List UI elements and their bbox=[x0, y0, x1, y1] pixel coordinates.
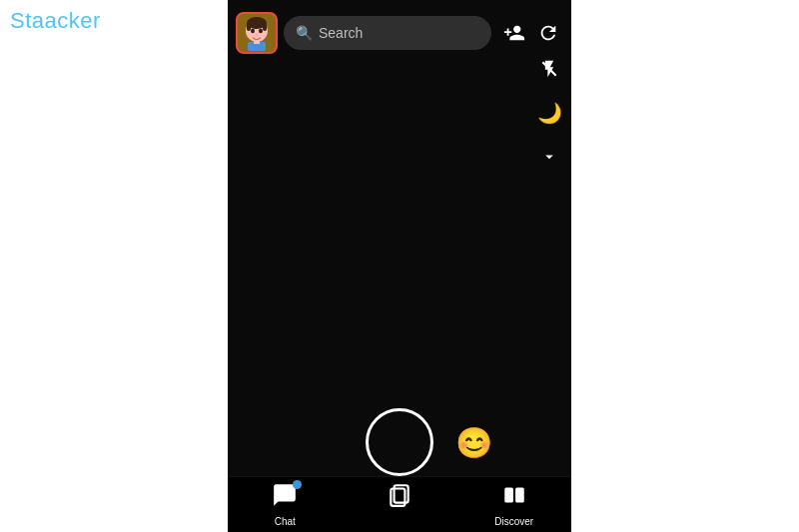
nav-chat[interactable]: Chat bbox=[255, 482, 315, 527]
flash-off-icon bbox=[539, 59, 559, 79]
moon-icon: 🌙 bbox=[537, 101, 562, 125]
top-bar: 🔍 Search bbox=[228, 8, 571, 58]
emoji-button[interactable]: 😊 bbox=[453, 422, 493, 462]
camera-controls: 😊 bbox=[228, 408, 571, 476]
svg-rect-13 bbox=[515, 487, 524, 502]
nav-discover[interactable]: Discover bbox=[484, 482, 544, 527]
svg-line-9 bbox=[542, 62, 555, 75]
stories-nav-label: · bbox=[399, 516, 401, 527]
phone-frame: 🔍 Search bbox=[228, 0, 571, 532]
add-friend-icon bbox=[503, 22, 525, 44]
stories-icon bbox=[387, 482, 412, 508]
discover-nav-label: Discover bbox=[494, 516, 533, 527]
search-icon: 🔍 bbox=[296, 25, 313, 41]
nav-stories[interactable]: · bbox=[370, 482, 429, 527]
night-mode-button[interactable]: 🌙 bbox=[535, 99, 563, 127]
svg-point-6 bbox=[256, 34, 258, 36]
chevron-down-icon bbox=[540, 148, 558, 166]
flash-off-button[interactable] bbox=[535, 55, 563, 83]
stories-nav-icon bbox=[387, 482, 412, 514]
smiley-icon: 😊 bbox=[455, 425, 492, 460]
refresh-icon bbox=[537, 22, 559, 44]
svg-point-4 bbox=[251, 29, 255, 33]
bottom-navigation: Chat · Discover bbox=[228, 476, 571, 532]
svg-rect-3 bbox=[263, 23, 267, 31]
discover-icon bbox=[501, 482, 527, 508]
add-friend-button[interactable] bbox=[497, 16, 531, 50]
svg-rect-2 bbox=[247, 23, 251, 31]
chat-notification-dot bbox=[293, 480, 302, 489]
more-options-button[interactable] bbox=[535, 143, 563, 171]
discover-nav-icon bbox=[501, 482, 527, 514]
svg-point-5 bbox=[259, 29, 263, 33]
svg-rect-12 bbox=[504, 487, 513, 502]
search-bar[interactable]: 🔍 Search bbox=[284, 16, 491, 50]
shutter-button[interactable] bbox=[366, 408, 433, 476]
watermark: Staacker bbox=[10, 8, 101, 34]
chat-nav-label: Chat bbox=[275, 516, 296, 527]
avatar-button[interactable] bbox=[236, 12, 278, 54]
avatar-icon bbox=[239, 15, 275, 51]
refresh-button[interactable] bbox=[533, 18, 563, 48]
search-placeholder-text: Search bbox=[319, 25, 363, 41]
right-icons-panel: 🌙 bbox=[535, 55, 563, 171]
chat-nav-icon bbox=[272, 482, 298, 514]
svg-rect-8 bbox=[254, 40, 260, 44]
